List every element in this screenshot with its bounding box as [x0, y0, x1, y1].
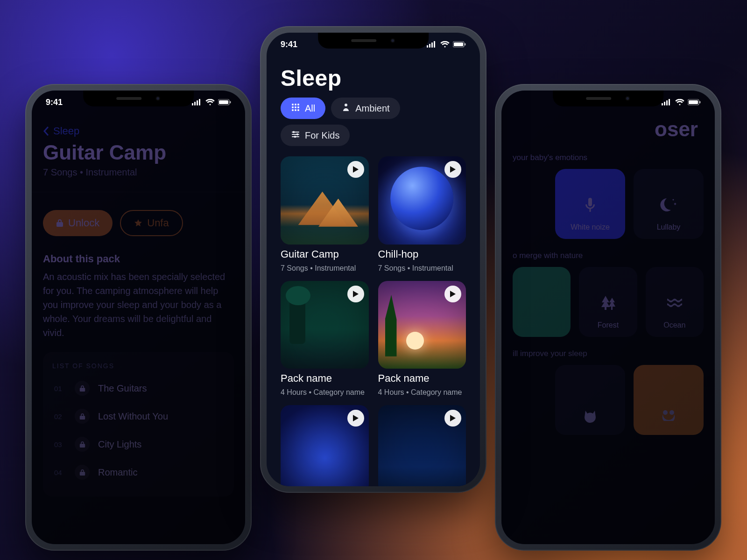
signal-icon	[192, 99, 202, 105]
section-hint: your baby's emotions	[513, 153, 704, 162]
back-link[interactable]: Sleep	[32, 117, 245, 140]
play-button[interactable]	[347, 161, 364, 178]
sound-tile-white-noize[interactable]: White noize	[555, 169, 625, 239]
battery-icon	[453, 41, 466, 48]
pack-thumbnail	[378, 281, 466, 369]
filter-chip-for-kids[interactable]: For Kids	[281, 125, 350, 146]
lock-icon	[79, 385, 85, 392]
play-button[interactable]	[444, 161, 461, 178]
pack-title: Pack name	[281, 372, 369, 385]
svg-rect-12	[689, 100, 698, 104]
pack-thumbnail	[281, 281, 369, 369]
song-list: LIST OF SONGS 01 The Guitars 02 Lost Wit…	[43, 352, 234, 497]
star-icon	[134, 219, 142, 227]
sound-tile-lullaby[interactable]: Lullaby	[634, 169, 704, 239]
song-row[interactable]: 02 Lost Without You	[52, 402, 225, 430]
pack-card[interactable]: Pack name 4 Hours • Category name	[378, 281, 466, 397]
tile-label: Lullaby	[657, 223, 681, 231]
svg-point-16	[673, 199, 674, 201]
play-button[interactable]	[444, 410, 461, 427]
unfavorite-button[interactable]: Unfa	[120, 210, 183, 236]
play-icon	[450, 291, 456, 297]
pack-card[interactable]	[281, 405, 369, 486]
wifi-icon	[440, 41, 450, 48]
phone-sleep-list: 9:41 Sleep AllAmbientFor Kids Guitar Cam…	[260, 26, 486, 493]
sound-tile[interactable]	[634, 365, 704, 435]
tile-row	[501, 365, 715, 435]
pack-card[interactable]: Chill-hop 7 Songs • Instrumental	[378, 156, 466, 273]
chip-label: All	[305, 103, 315, 114]
unlock-button[interactable]: Unlock	[43, 210, 113, 236]
song-title: The Guitars	[98, 383, 147, 394]
play-button[interactable]	[444, 286, 461, 302]
lock-icon	[79, 469, 85, 476]
notch	[318, 33, 429, 49]
svg-point-31	[292, 106, 294, 108]
play-button[interactable]	[347, 410, 364, 427]
sound-tile[interactable]	[555, 365, 625, 435]
svg-rect-18	[611, 307, 613, 310]
chip-label: For Kids	[305, 130, 339, 141]
play-button[interactable]	[347, 286, 364, 302]
svg-point-43	[294, 135, 296, 137]
play-icon	[450, 415, 456, 421]
lock-badge	[75, 465, 90, 480]
battery-icon	[218, 99, 231, 105]
filter-chip-all[interactable]: All	[281, 98, 325, 119]
song-row[interactable]: 03 City Lights	[52, 430, 225, 458]
svg-rect-7	[662, 103, 663, 105]
battery-icon	[688, 99, 701, 105]
sound-tile-forest[interactable]: Forest	[579, 267, 637, 337]
song-number: 01	[54, 385, 66, 392]
svg-point-19	[663, 410, 668, 415]
pack-card[interactable]: Guitar Camp 7 Songs • Instrumental	[281, 156, 369, 273]
svg-rect-5	[219, 100, 228, 104]
song-row[interactable]: 04 Romantic	[52, 458, 225, 486]
svg-rect-3	[199, 99, 200, 105]
pack-meta: 7 Songs • Instrumental	[378, 264, 466, 273]
song-row[interactable]: 01 The Guitars	[52, 374, 225, 402]
wifi-icon	[675, 99, 684, 105]
signal-icon	[427, 41, 437, 48]
svg-rect-24	[434, 41, 435, 48]
svg-point-30	[297, 104, 299, 105]
lock-badge	[75, 381, 90, 396]
sound-tile-ocean[interactable]: Ocean	[646, 267, 704, 337]
song-number: 04	[54, 469, 66, 476]
song-title: Lost Without You	[98, 411, 168, 422]
grid-icon	[291, 103, 300, 114]
svg-point-35	[295, 109, 296, 111]
svg-rect-8	[664, 102, 665, 105]
page-title: Sleep	[281, 65, 466, 91]
lock-badge	[75, 437, 90, 452]
tile-row: Forest Ocean	[501, 267, 715, 337]
pack-title: Guitar Camp	[43, 141, 234, 164]
notch	[83, 91, 194, 106]
sound-tile[interactable]	[513, 267, 571, 337]
cat-icon	[581, 407, 599, 427]
song-number: 02	[54, 413, 66, 420]
svg-point-34	[292, 109, 294, 111]
svg-point-36	[297, 109, 299, 111]
section-hint: ill improve your sleep	[513, 349, 704, 358]
play-icon	[353, 166, 359, 173]
unlock-label: Unlock	[68, 217, 99, 229]
pack-meta: 7 Songs • Instrumental	[281, 264, 369, 273]
play-icon	[353, 291, 359, 297]
play-icon	[450, 166, 456, 173]
waves-icon	[665, 293, 684, 314]
phone-composer: 9:41 oser your baby's emotions White noi…	[495, 84, 721, 551]
filter-chip-ambient[interactable]: Ambient	[331, 98, 400, 119]
trees-icon	[599, 293, 618, 314]
frog-icon	[659, 407, 678, 427]
play-icon	[353, 415, 359, 421]
pack-title: Chill-hop	[378, 248, 466, 260]
pack-grid: Guitar Camp 7 Songs • Instrumental Chill…	[267, 154, 480, 486]
notch	[553, 91, 664, 106]
svg-rect-17	[605, 307, 606, 310]
wifi-icon	[205, 99, 215, 105]
signal-icon	[662, 99, 672, 105]
pack-card[interactable]: Pack name 4 Hours • Category name	[281, 281, 369, 397]
pack-card[interactable]	[378, 405, 466, 486]
svg-point-32	[295, 106, 296, 108]
